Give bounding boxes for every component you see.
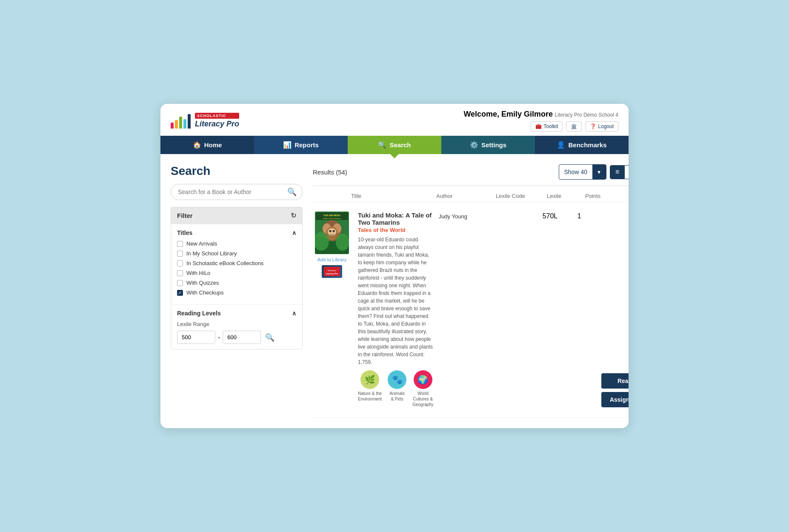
nav-search-label: Search: [389, 141, 411, 149]
toolkit-button[interactable]: 🧰 Toolkit: [531, 121, 563, 132]
book-cover: TUKI AND MOKA A Tale of Two Tamarins: [315, 212, 349, 254]
view-toggle: ≡ ⊞: [610, 165, 629, 179]
bar4: [183, 119, 186, 129]
book-title: Tuki and Moka: A Tale of Two Tamarins: [358, 212, 434, 226]
svg-point-8: [333, 230, 335, 232]
checkbox-ebook[interactable]: [177, 260, 183, 266]
lexile-dash: -: [218, 334, 220, 341]
main-content: Search 🔍 Filter ↻ Titles ∧: [160, 154, 629, 428]
search-icon[interactable]: 🔍: [287, 187, 297, 197]
benchmarks-icon: 👤: [557, 141, 565, 149]
titles-chevron: ∧: [292, 229, 296, 236]
book-series: Tales of the World: [358, 227, 434, 233]
reading-levels-header[interactable]: Reading Levels ∧: [177, 310, 296, 317]
titles-section: Titles ∧ New Arrivals In My School Libra…: [171, 224, 302, 304]
filter-ebook-collections[interactable]: In Scholastic eBook Collections: [177, 260, 296, 266]
animals-icon: 🐾: [388, 370, 406, 389]
logo-area: SCHOLASTIC Literacy Pro: [171, 113, 239, 129]
genre-world: 🌍 World Cultures & Geography: [412, 370, 433, 407]
lexile-max-input[interactable]: [223, 331, 261, 344]
lexile-min-input[interactable]: [177, 331, 215, 344]
col-lexile: Lexile: [547, 193, 585, 199]
nav-home[interactable]: 🏠 Home: [160, 136, 254, 154]
book-actions: Read Book Assign Checkup: [601, 212, 629, 412]
results-toolbar: Results (54) Show 40 ▾ ≡ ⊞: [313, 164, 629, 180]
world-label: World Cultures & Geography: [412, 391, 433, 407]
filter-label: Filter: [177, 212, 193, 219]
svg-text:Scholastic: Scholastic: [328, 269, 337, 272]
nav-bar: 🏠 Home 📊 Reports 🔍 Search ⚙️ Settings 👤 …: [160, 136, 629, 154]
checkbox-quizzes[interactable]: [177, 280, 183, 286]
svg-text:TUKI AND MOKA: TUKI AND MOKA: [323, 214, 341, 217]
nav-benchmarks[interactable]: 👤 Benchmarks: [535, 136, 629, 154]
col-points: Points: [585, 193, 619, 199]
search-nav-icon: 🔍: [378, 141, 386, 149]
lexile-code-col: [495, 212, 537, 212]
checkbox-school-library[interactable]: [177, 251, 183, 257]
nav-reports[interactable]: 📊 Reports: [254, 136, 348, 154]
col-author: Author: [436, 193, 496, 199]
school-name: Literacy Pro Demo School 4: [555, 112, 618, 118]
table-header: Title Author Lexile Code Lexile Points: [313, 190, 629, 202]
filter-header: Filter ↻: [171, 207, 302, 224]
show-dropdown-button[interactable]: ▾: [592, 165, 606, 179]
header-actions: 🧰 Toolkit 🏛️ ❓ Logout: [463, 121, 618, 132]
assign-checkup-button[interactable]: Assign Checkup: [601, 392, 629, 407]
logout-label: Logout: [598, 123, 614, 129]
filter-hilo[interactable]: With HiLo: [177, 270, 296, 276]
genre-animals: 🐾 Animals & Pets: [388, 370, 406, 407]
toolbar-right: Show 40 ▾ ≡ ⊞ ⬇ 🖨: [559, 164, 629, 180]
show-dropdown: Show 40 ▾: [559, 164, 606, 180]
filter-checkups[interactable]: ✓ With Checkups: [177, 289, 296, 296]
filter-new-arrivals[interactable]: New Arrivals: [177, 240, 296, 247]
book-description: 10-year-old Eduardo could always count o…: [358, 236, 434, 366]
refresh-icon[interactable]: ↻: [291, 212, 296, 220]
lp-badge: Scholastic Literacy Pro: [322, 265, 342, 278]
results-divider: [313, 186, 629, 186]
filter-school-library[interactable]: In My School Library: [177, 250, 296, 257]
nature-icon: 🌿: [360, 370, 379, 389]
search-input[interactable]: [171, 184, 303, 200]
lp-badge-art: Scholastic Literacy Pro: [324, 267, 340, 276]
lexile-val: 570L: [543, 212, 558, 220]
svg-point-7: [329, 230, 332, 232]
library-button[interactable]: 🏛️: [566, 121, 582, 132]
add-to-library[interactable]: Add to Library: [317, 257, 346, 263]
nav-settings[interactable]: ⚙️ Settings: [441, 136, 535, 154]
lexile-search-button[interactable]: 🔍: [265, 333, 274, 342]
book-cover-area: TUKI AND MOKA A Tale of Two Tamarins Add…: [313, 212, 351, 412]
search-wrap: 🔍: [171, 184, 303, 200]
svg-text:A Tale of Two Tamarins: A Tale of Two Tamarins: [323, 217, 341, 220]
table-row: TUKI AND MOKA A Tale of Two Tamarins Add…: [313, 206, 629, 418]
reading-levels-chevron: ∧: [292, 310, 296, 317]
logo-text: SCHOLASTIC Literacy Pro: [195, 113, 239, 129]
lexile-range-label: Lexile Range: [177, 321, 296, 327]
book-info: Tuki and Moka: A Tale of Two Tamarins Ta…: [358, 212, 595, 412]
hilo-label: With HiLo: [186, 270, 210, 276]
read-book-button[interactable]: Read Book: [601, 373, 629, 389]
checkbox-hilo[interactable]: [177, 270, 183, 276]
logout-button[interactable]: ❓ Logout: [585, 121, 618, 132]
list-icon: ≡: [615, 168, 619, 176]
nav-home-label: Home: [204, 141, 222, 149]
literacy-pro-text: Literacy Pro: [195, 120, 239, 129]
nav-search[interactable]: 🔍 Search: [348, 136, 441, 154]
reading-levels-label: Reading Levels: [177, 310, 221, 317]
col-lexile-code: Lexile Code: [496, 193, 547, 199]
filter-panel: Filter ↻ Titles ∧ New Arrivals In: [171, 207, 303, 349]
page-title: Search: [171, 164, 303, 178]
list-view-button[interactable]: ≡: [610, 166, 624, 179]
genre-nature: 🌿 Nature & the Environment: [358, 370, 382, 407]
checkbox-checkups[interactable]: ✓: [177, 290, 183, 296]
logo-bars: [171, 113, 191, 129]
author-col: Judy Young: [439, 212, 490, 220]
help-icon: ❓: [590, 123, 596, 129]
svg-point-10: [336, 234, 349, 251]
checkbox-new-arrivals[interactable]: [177, 241, 183, 247]
nav-reports-label: Reports: [294, 141, 319, 149]
quizzes-label: With Quizzes: [186, 280, 219, 286]
nav-settings-label: Settings: [481, 141, 506, 149]
grid-view-button[interactable]: ⊞: [624, 166, 629, 179]
filter-quizzes[interactable]: With Quizzes: [177, 280, 296, 286]
titles-section-header[interactable]: Titles ∧: [177, 229, 296, 236]
